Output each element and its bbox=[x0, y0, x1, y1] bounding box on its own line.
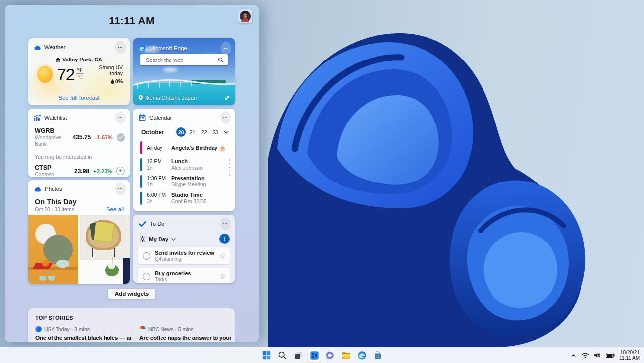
calendar-event[interactable]: All day Angela's Birthday 🎂 bbox=[140, 141, 232, 154]
chat-button[interactable] bbox=[323, 349, 336, 362]
home-icon bbox=[56, 58, 60, 62]
weather-location: Valley Park, CA bbox=[62, 57, 102, 62]
stock-company: Woodgrove Bank bbox=[35, 134, 72, 147]
stock-symbol: WGRB bbox=[35, 127, 72, 134]
edge-widget[interactable]: Microsoft Edge … Ikema Ohashi, Japan bbox=[133, 38, 235, 105]
see-full-forecast-link[interactable]: See full forecast bbox=[28, 95, 130, 101]
story-headline: Are coffee naps the answer to your bbox=[139, 334, 231, 341]
stock-change: -1.67% bbox=[91, 134, 113, 140]
edge-browser-button[interactable] bbox=[355, 349, 368, 362]
task-item[interactable]: Send invites for review Q4 planning ☆ bbox=[138, 247, 230, 264]
edge-title: Microsoft Edge bbox=[149, 45, 187, 51]
bloom-flower-graphic bbox=[248, 0, 644, 347]
stock-row[interactable]: WGRB Woodgrove Bank 435.75 -1.67% bbox=[28, 122, 130, 147]
fahrenheit-toggle[interactable]: °F bbox=[76, 67, 84, 74]
droplet-icon bbox=[111, 79, 114, 84]
see-all-link[interactable]: See all bbox=[107, 206, 124, 212]
calendar-event-list: All day Angela's Birthday 🎂 12 PM1h Lunc… bbox=[133, 137, 235, 205]
task-item[interactable]: Buy groceries Tasks ☆ bbox=[138, 268, 230, 283]
desktop: 11:11 AM Weather bbox=[0, 0, 644, 363]
task-complete-checkbox[interactable] bbox=[143, 273, 150, 280]
photos-heading: On This Day bbox=[28, 194, 130, 206]
todo-widget[interactable]: To Do … My Day + bbox=[133, 215, 235, 283]
stock-symbol: CTSP bbox=[35, 164, 54, 171]
widgets-button[interactable] bbox=[308, 349, 321, 362]
chevron-down-icon[interactable] bbox=[171, 238, 176, 241]
search-icon[interactable] bbox=[218, 57, 224, 63]
task-complete-checkbox[interactable] bbox=[143, 252, 150, 260]
widgets-icon bbox=[310, 351, 319, 360]
taskbar-clock[interactable]: 10/20/21 11:11 AM bbox=[619, 350, 640, 361]
photo-thumbnail-chair[interactable] bbox=[80, 215, 130, 284]
calendar-event[interactable]: 12 PM1h LunchAlex Johnson bbox=[140, 158, 232, 171]
calendar-date-21[interactable]: 21 bbox=[188, 127, 197, 137]
todo-check-icon bbox=[139, 221, 146, 227]
calendar-more-options-icon[interactable]: … bbox=[220, 111, 231, 124]
news-story[interactable]: NBC News · 5 mins Are coffee naps the an… bbox=[139, 326, 231, 342]
todo-title: To Do bbox=[150, 221, 164, 227]
event-color-bar bbox=[140, 158, 142, 171]
tray-date: 10/20/21 bbox=[619, 350, 640, 356]
start-button[interactable] bbox=[260, 349, 273, 362]
my-day-selector[interactable]: My Day bbox=[149, 236, 168, 242]
photo-thumbnail-still-life[interactable] bbox=[28, 215, 78, 284]
chat-icon bbox=[325, 351, 335, 360]
weather-widget[interactable]: Weather … Valley Park, CA 72 bbox=[28, 38, 130, 105]
top-stories-card: TOP STORIES USA Today · 3 mins One of th… bbox=[28, 308, 235, 342]
battery-icon[interactable] bbox=[606, 352, 615, 358]
top-stories-heading: TOP STORIES bbox=[28, 308, 235, 321]
event-color-bar bbox=[140, 192, 142, 205]
search-input[interactable] bbox=[145, 57, 218, 63]
file-explorer-icon bbox=[341, 351, 351, 360]
hidden-icons-chevron-icon[interactable] bbox=[570, 352, 577, 359]
widgets-column-left: Weather … Valley Park, CA 72 bbox=[28, 38, 130, 284]
avatar-image bbox=[239, 10, 251, 22]
stock-company: Contoso bbox=[35, 171, 54, 177]
todo-more-options-icon[interactable]: … bbox=[220, 217, 231, 230]
wifi-icon[interactable] bbox=[581, 352, 589, 359]
add-task-button[interactable]: + bbox=[219, 234, 230, 244]
calendar-date-22[interactable]: 22 bbox=[199, 127, 209, 137]
bridge-graphic bbox=[133, 73, 235, 93]
volume-icon[interactable] bbox=[593, 352, 601, 359]
watchlist-title: Watchlist bbox=[44, 115, 67, 121]
user-avatar[interactable] bbox=[238, 9, 252, 23]
search-icon bbox=[278, 351, 287, 360]
calendar-event[interactable]: 1:30 PM1h PresentationSkype Meeting bbox=[140, 175, 232, 188]
scroll-indicator[interactable] bbox=[229, 159, 231, 176]
photos-more-options-icon[interactable]: … bbox=[115, 182, 126, 195]
watchlist-added-check-icon[interactable] bbox=[117, 133, 125, 142]
stock-price: 23.98 bbox=[74, 168, 89, 175]
watchlist-more-options-icon[interactable]: … bbox=[115, 111, 126, 124]
watchlist-add-plus-icon[interactable]: + bbox=[116, 167, 125, 175]
task-view-button[interactable] bbox=[292, 349, 305, 362]
edge-search-box[interactable] bbox=[140, 54, 228, 65]
stock-row[interactable]: CTSP Contoso 23.98 +2.23% + bbox=[28, 160, 130, 177]
search-button[interactable] bbox=[276, 349, 289, 362]
calendar-event[interactable]: 6:00 PM3h Studio TimeConf Rm 32/35 bbox=[140, 192, 232, 205]
photos-widget[interactable]: Photos … On This Day Oct 20 · 33 items S… bbox=[28, 180, 130, 284]
calendar-date-23[interactable]: 23 bbox=[211, 127, 220, 137]
watchlist-widget[interactable]: Watchlist … WGRB Woodgrove Bank 435.75 -… bbox=[28, 109, 130, 177]
edge-more-options-icon[interactable]: … bbox=[221, 42, 231, 55]
weather-condition: Strong UV today bbox=[88, 64, 123, 76]
weather-precipitation: 0% bbox=[115, 78, 123, 84]
panel-clock: 11:11 AM bbox=[5, 15, 259, 27]
calendar-icon bbox=[139, 114, 146, 121]
edge-browser-icon bbox=[357, 351, 367, 360]
location-pin-icon bbox=[139, 95, 143, 101]
celsius-toggle[interactable]: °C bbox=[77, 74, 83, 80]
chevron-down-icon[interactable] bbox=[224, 131, 229, 134]
file-explorer-button[interactable] bbox=[339, 349, 352, 362]
edge-photo-location: Ikema Ohashi, Japan bbox=[145, 95, 197, 101]
news-story[interactable]: USA Today · 3 mins One of the smallest b… bbox=[35, 326, 132, 342]
story-source: NBC News · 5 mins bbox=[148, 326, 194, 332]
expand-icon[interactable] bbox=[224, 95, 230, 101]
calendar-month: October bbox=[141, 129, 164, 136]
calendar-widget[interactable]: Calendar … October 20 21 22 23 bbox=[133, 109, 235, 211]
weather-more-options-icon[interactable]: … bbox=[115, 41, 126, 54]
microsoft-store-button[interactable] bbox=[371, 349, 384, 362]
usa-today-logo-icon bbox=[35, 326, 42, 332]
calendar-date-20[interactable]: 20 bbox=[176, 127, 186, 137]
add-widgets-button[interactable]: Add widgets bbox=[108, 289, 155, 299]
